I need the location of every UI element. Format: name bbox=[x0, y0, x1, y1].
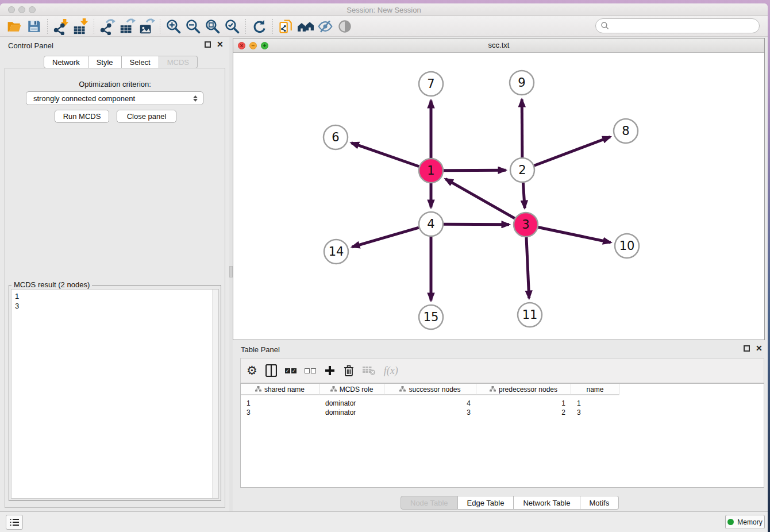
graph-edge-3-11[interactable] bbox=[526, 237, 529, 298]
open-session-icon[interactable] bbox=[5, 17, 24, 36]
column-header-shared-name[interactable]: shared name bbox=[241, 384, 319, 395]
search-field[interactable] bbox=[595, 18, 760, 33]
graph-node-6[interactable]: 6 bbox=[324, 125, 348, 149]
application-window: Session: New Session bbox=[0, 3, 768, 532]
table-cell: 3 bbox=[571, 408, 619, 417]
table-cell: 3 bbox=[241, 408, 319, 417]
export-network-icon[interactable] bbox=[98, 17, 117, 36]
add-column-icon[interactable] bbox=[324, 362, 336, 379]
graph-edge-1-6[interactable] bbox=[351, 143, 419, 167]
svg-text:6: 6 bbox=[332, 130, 339, 144]
table-panel-close-icon[interactable]: ✕ bbox=[756, 345, 763, 352]
window-titlebar[interactable]: Session: New Session bbox=[0, 3, 768, 16]
graph-edge-2-9[interactable] bbox=[522, 99, 522, 157]
graph-node-9[interactable]: 9 bbox=[510, 71, 534, 95]
graph-node-1[interactable]: 1 bbox=[419, 159, 443, 183]
svg-text:2: 2 bbox=[518, 163, 526, 177]
table-cell: dominator bbox=[319, 408, 384, 417]
import-table-icon[interactable] bbox=[71, 17, 90, 36]
graph-edge-3-1[interactable] bbox=[445, 179, 515, 218]
graph-node-3[interactable]: 3 bbox=[514, 213, 538, 237]
column-header-name[interactable]: name bbox=[571, 384, 619, 395]
mcds-result-list[interactable]: 1 3 bbox=[11, 289, 219, 499]
svg-text:3: 3 bbox=[522, 218, 529, 232]
hide-selected-eye-icon[interactable] bbox=[315, 17, 335, 36]
graph-node-15[interactable]: 15 bbox=[419, 305, 443, 329]
tab-motifs[interactable]: Motifs bbox=[580, 496, 619, 510]
table-panel-float-icon[interactable] bbox=[744, 345, 750, 352]
graph-edge-4-3[interactable] bbox=[444, 224, 509, 225]
zoom-out-icon[interactable] bbox=[183, 17, 203, 36]
graph-node-8[interactable]: 8 bbox=[614, 119, 638, 143]
control-panel-close-icon[interactable]: ✕ bbox=[217, 41, 224, 48]
hierarchy-icon bbox=[255, 385, 261, 394]
memory-button-label: Memory bbox=[737, 518, 762, 526]
mcds-result-group: MCDS result (2 nodes) 1 3 bbox=[9, 285, 221, 501]
control-panel-float-icon[interactable] bbox=[205, 41, 211, 48]
save-session-icon[interactable] bbox=[24, 17, 44, 36]
network-graph-canvas[interactable]: 7968124314101511 bbox=[233, 53, 764, 340]
zoom-fit-icon[interactable] bbox=[203, 17, 222, 36]
tab-mcds[interactable]: MCDS bbox=[159, 56, 198, 68]
toggle-visibility-icon[interactable] bbox=[335, 17, 355, 36]
tab-style[interactable]: Style bbox=[88, 56, 122, 68]
delete-column-trash-icon[interactable] bbox=[344, 362, 354, 379]
graph-node-11[interactable]: 11 bbox=[518, 303, 542, 327]
graph-edge-3-10[interactable] bbox=[538, 228, 611, 243]
network-window-titlebar[interactable]: × − + scc.txt bbox=[233, 38, 764, 53]
status-bar: Memory bbox=[0, 511, 768, 532]
refresh-icon[interactable] bbox=[249, 17, 269, 36]
svg-text:8: 8 bbox=[622, 124, 629, 138]
graph-edge-1-2[interactable] bbox=[444, 170, 506, 171]
show-all-houses-icon[interactable] bbox=[296, 17, 315, 36]
split-view-icon[interactable] bbox=[265, 362, 277, 379]
graph-node-10[interactable]: 10 bbox=[615, 234, 639, 258]
graph-node-2[interactable]: 2 bbox=[510, 158, 534, 182]
svg-text:9: 9 bbox=[518, 76, 525, 90]
graph-edge-2-8[interactable] bbox=[534, 137, 610, 165]
mcds-result-title: MCDS result (2 nodes) bbox=[11, 280, 92, 289]
search-input[interactable] bbox=[610, 22, 759, 30]
mcds-panel: Optimization criterion: strongly connect… bbox=[5, 68, 225, 508]
table-cell: 3 bbox=[384, 408, 476, 417]
table-cell: dominator bbox=[319, 399, 384, 408]
table-row[interactable]: 1dominator411 bbox=[241, 399, 619, 408]
graph-edge-4-14[interactable] bbox=[352, 228, 419, 247]
graph-node-14[interactable]: 14 bbox=[324, 240, 348, 264]
tab-edge-table[interactable]: Edge Table bbox=[458, 496, 514, 510]
select-all-columns-icon[interactable]: ✓✓ bbox=[285, 362, 297, 379]
tab-network[interactable]: Network bbox=[44, 56, 88, 68]
memory-status-icon bbox=[727, 519, 734, 525]
tab-network-table[interactable]: Network Table bbox=[514, 496, 580, 510]
svg-text:14: 14 bbox=[329, 245, 344, 259]
run-mcds-button[interactable]: Run MCDS bbox=[55, 110, 109, 123]
export-image-icon[interactable] bbox=[137, 17, 156, 36]
result-scrollbar[interactable] bbox=[212, 290, 218, 498]
hierarchy-icon bbox=[399, 385, 406, 394]
table-settings-gear-icon[interactable]: ⚙ bbox=[247, 362, 257, 379]
table-cell: 2 bbox=[476, 408, 571, 417]
zoom-selected-icon[interactable] bbox=[222, 17, 242, 36]
graph-edge-2-3[interactable] bbox=[523, 183, 525, 208]
column-header-MCDS-role[interactable]: MCDS role bbox=[319, 384, 384, 395]
export-table-icon[interactable] bbox=[117, 17, 137, 36]
graph-node-7[interactable]: 7 bbox=[419, 72, 443, 96]
table-header-row: shared nameMCDS rolesuccessor nodesprede… bbox=[241, 384, 619, 395]
zoom-in-icon[interactable] bbox=[164, 17, 183, 36]
deselect-all-columns-icon[interactable] bbox=[305, 362, 316, 379]
memory-button[interactable]: Memory bbox=[725, 515, 765, 529]
optimization-criterion-select[interactable]: strongly connected component bbox=[26, 91, 203, 105]
import-network-icon[interactable] bbox=[51, 17, 71, 36]
column-header-successor-nodes[interactable]: successor nodes bbox=[384, 384, 476, 395]
show-panels-menu-button[interactable] bbox=[6, 515, 23, 530]
tab-select[interactable]: Select bbox=[122, 56, 159, 68]
table-cell: 1 bbox=[571, 399, 619, 408]
tab-node-table[interactable]: Node Table bbox=[401, 496, 458, 510]
table-row[interactable]: 3dominator323 bbox=[241, 408, 619, 417]
column-header-predecessor-nodes[interactable]: predecessor nodes bbox=[476, 384, 571, 395]
node-table: shared nameMCDS rolesuccessor nodesprede… bbox=[240, 383, 764, 488]
graph-node-4[interactable]: 4 bbox=[419, 212, 443, 236]
close-panel-button[interactable]: Close panel bbox=[117, 110, 176, 123]
clone-network-icon[interactable] bbox=[276, 17, 296, 36]
table-panel-tabs: Node TableEdge TableNetwork TableMotifs bbox=[401, 496, 619, 510]
